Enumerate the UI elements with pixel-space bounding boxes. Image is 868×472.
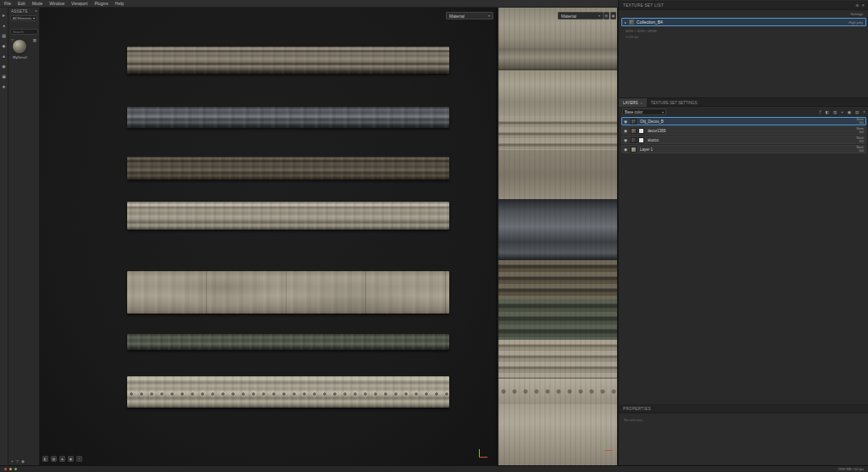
add-effect-icon[interactable]: ƒ xyxy=(819,110,821,114)
properties-title: PROPERTIES xyxy=(623,407,651,411)
trim-mesh-1[interactable] xyxy=(127,47,449,74)
trim-mesh-4[interactable] xyxy=(127,202,449,230)
chevron-down-icon: ▾ xyxy=(33,16,35,20)
add-smart-material-icon[interactable]: ▤ xyxy=(855,110,859,114)
material-thumbnail[interactable] xyxy=(13,40,26,53)
shading-mode-value: Material xyxy=(449,14,465,19)
menu-file[interactable]: File xyxy=(4,1,11,6)
texture-set-detail: High poly xyxy=(849,20,863,25)
smudge-tool-icon[interactable]: ◉ xyxy=(1,64,7,69)
grid-view-icon[interactable]: ▦ xyxy=(33,38,36,42)
filter-assets-icon[interactable]: ▽ xyxy=(16,459,19,464)
assets-search-input[interactable] xyxy=(10,29,38,35)
axis-gizmo-3d xyxy=(477,448,487,458)
layer-mask-thumbnail[interactable] xyxy=(638,128,644,134)
layer-thumbnail[interactable] xyxy=(631,128,637,134)
trim-mesh-3[interactable] xyxy=(127,157,449,180)
texture-set-settings-link[interactable]: Settings xyxy=(851,12,863,16)
viewport-menu-icon[interactable]: ≡ xyxy=(76,456,82,462)
environment-icon[interactable]: ◉ xyxy=(59,456,65,462)
trim-mesh-7[interactable] xyxy=(127,376,449,408)
layer-thumbnail[interactable] xyxy=(631,119,637,125)
warning-indicator[interactable] xyxy=(9,468,12,470)
add-paint-layer-icon[interactable]: + xyxy=(841,110,843,114)
layers-tab-bar: LAYERS × TEXTURE SET SETTINGS xyxy=(619,97,868,107)
layer-row[interactable]: ◉ Layer 1 Norm 100 xyxy=(621,145,866,153)
channel-filter-value: Base color xyxy=(625,110,643,114)
texture-set-name: Collection_B4 xyxy=(637,19,846,25)
status-bar: 2980 MB • 60 fps xyxy=(0,465,868,472)
error-indicator[interactable] xyxy=(4,468,7,470)
shadows-toggle-icon[interactable]: ▣ xyxy=(68,456,74,462)
chevron-down-icon: ▾ xyxy=(488,14,490,18)
trim-mesh-5[interactable] xyxy=(127,271,449,314)
menu-window[interactable]: Window xyxy=(49,1,64,6)
material-picker-tool-icon[interactable]: ◈ xyxy=(1,84,7,90)
polygon-fill-tool-icon[interactable]: ▲ xyxy=(1,53,7,59)
right-panel: TEXTURE SET LIST ⚙ ≡ Settings ▸ Collecti… xyxy=(618,0,868,465)
add-fill-layer-icon[interactable]: ▨ xyxy=(833,110,837,114)
visibility-eye-icon[interactable]: ◉ xyxy=(624,147,631,152)
menu-icon[interactable]: ≡ xyxy=(862,3,865,8)
layer-name: decor1369 xyxy=(648,129,842,133)
opacity-field[interactable]: 100 xyxy=(859,121,864,125)
layer-thumbnail[interactable] xyxy=(631,137,637,143)
clone-tool-icon[interactable]: ▣ xyxy=(1,74,7,80)
visibility-eye-icon[interactable]: ◉ xyxy=(624,129,631,133)
texture-set-swatch xyxy=(629,19,634,25)
asset-info-icon[interactable]: ◉ xyxy=(21,459,25,464)
trim-mesh-2[interactable] xyxy=(127,107,449,128)
menubar: File Edit Mode Window Viewport Plugins H… xyxy=(0,0,618,8)
visibility-eye-icon[interactable]: ◉ xyxy=(624,138,631,142)
assets-category-label: All Elements xyxy=(13,16,31,20)
import-assets-icon[interactable]: + xyxy=(11,459,14,464)
layers-panel: Base color ▾ ƒ ◧ ▨ + ▣ ▤ × ◉ Obj_Decos_B xyxy=(619,107,868,404)
opacity-field[interactable]: 100 xyxy=(859,130,864,134)
assets-category-select[interactable]: All Elements ▾ xyxy=(10,15,37,21)
uv-padding-toggle-icon[interactable]: ▤ xyxy=(604,12,609,19)
menu-mode[interactable]: Mode xyxy=(32,1,43,6)
texture-set-list-title: TEXTURE SET LIST xyxy=(623,3,664,8)
viewport-3d[interactable]: Material ▾ ◧ ▦ ◉ ▣ ≡ xyxy=(40,8,496,465)
layer-row[interactable]: ◉ decor1369 Norm 100 xyxy=(621,126,866,135)
eraser-tool-icon[interactable]: ▦ xyxy=(1,33,7,39)
add-mask-icon[interactable]: ◧ xyxy=(826,110,829,114)
viewport-2d[interactable]: Material ▾ ▤ ▣ xyxy=(496,8,618,465)
add-group-icon[interactable]: ▣ xyxy=(848,110,851,114)
layer-mask-thumbnail[interactable] xyxy=(638,137,644,143)
texture-set-row[interactable]: ▸ Collection_B4 High poly xyxy=(621,18,866,26)
layer-thumbnail[interactable] xyxy=(631,147,637,153)
gear-icon[interactable]: ⚙ xyxy=(855,3,859,8)
expander-icon[interactable]: ▸ xyxy=(625,20,626,25)
tool-rail: ► ● ▦ ◆ ▲ ◉ ▣ ◈ xyxy=(0,8,8,465)
paint-tool-icon[interactable]: ● xyxy=(1,23,7,29)
projection-tool-icon[interactable]: ◆ xyxy=(1,43,7,49)
visibility-eye-icon[interactable]: ◉ xyxy=(624,119,631,124)
shading-mode-select[interactable]: Material ▾ xyxy=(446,12,493,19)
uv-texture-view[interactable] xyxy=(498,8,617,465)
layer-name: Layer 1 xyxy=(640,147,842,152)
opacity-field[interactable]: 100 xyxy=(859,140,864,143)
menu-edit[interactable]: Edit xyxy=(18,1,25,6)
display-settings-icon[interactable]: ▦ xyxy=(51,456,57,462)
delete-layer-icon[interactable]: × xyxy=(863,110,865,114)
trim-mesh-6[interactable] xyxy=(127,334,449,350)
camera-settings-icon[interactable]: ◧ xyxy=(42,456,48,462)
shading-mode-value-2d: Material xyxy=(561,14,576,19)
tab-layers-label: LAYERS xyxy=(623,101,637,105)
shading-mode-select-2d[interactable]: Material ▾ xyxy=(558,12,604,19)
close-icon[interactable]: × xyxy=(35,9,37,14)
menu-plugins[interactable]: Plugins xyxy=(94,1,108,6)
tiling-toggle-icon[interactable]: ▣ xyxy=(610,12,616,19)
layer-row[interactable]: ◉ stucco Norm 100 xyxy=(621,136,866,144)
opacity-field[interactable]: 100 xyxy=(859,149,864,153)
layer-row[interactable]: ◉ Obj_Decos_B Norm 100 xyxy=(621,117,866,125)
menu-viewport[interactable]: Viewport xyxy=(71,1,87,6)
layer-name: stucco xyxy=(648,138,842,142)
viewport-toolbar: ◧ ▦ ◉ ▣ ≡ xyxy=(42,456,82,462)
application-window: File Edit Mode Window Viewport Plugins H… xyxy=(0,0,868,472)
menu-help[interactable]: Help xyxy=(115,1,124,6)
close-icon[interactable]: × xyxy=(640,101,642,105)
select-tool-icon[interactable]: ► xyxy=(1,13,7,19)
channel-filter-select[interactable]: Base color ▾ xyxy=(622,108,666,115)
